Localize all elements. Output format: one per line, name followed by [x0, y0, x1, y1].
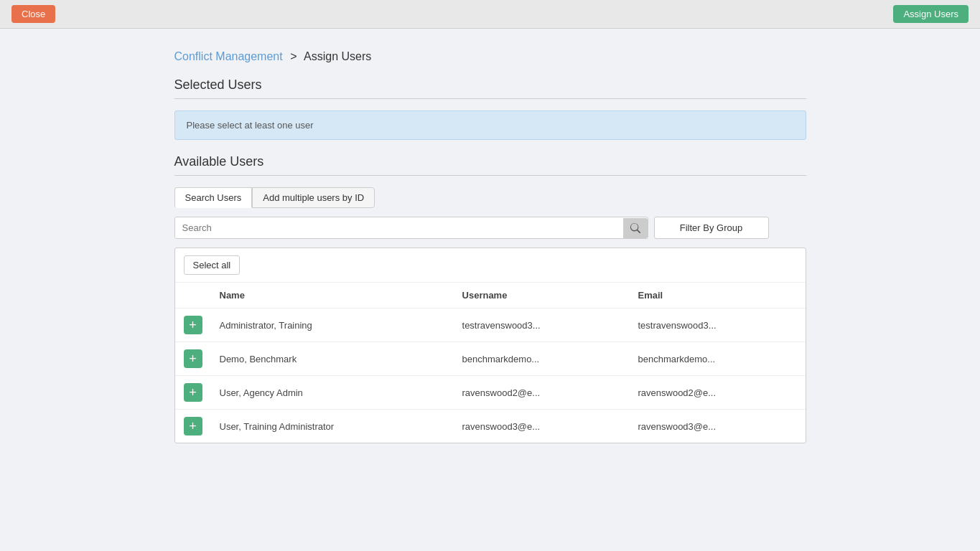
add-cell: +	[175, 342, 211, 376]
breadcrumb: Conflict Management > Assign Users	[174, 50, 806, 63]
breadcrumb-current: Assign Users	[304, 50, 371, 62]
search-row: Filter By Group	[174, 217, 806, 239]
select-all-button[interactable]: Select all	[184, 255, 241, 275]
users-tbody: +Administrator, Trainingtestravenswood3.…	[175, 309, 806, 443]
user-email-cell: ravenswood3@e...	[630, 410, 806, 443]
search-icon	[630, 223, 640, 233]
main-content: Conflict Management > Assign Users Selec…	[160, 29, 821, 465]
user-name-cell: Administrator, Training	[211, 309, 454, 342]
add-cell: +	[175, 410, 211, 443]
add-user-button[interactable]: +	[184, 349, 202, 368]
search-input-wrapper	[174, 217, 648, 239]
alert-box: Please select at least one user	[174, 110, 806, 140]
users-table: Name Username Email +Administrator, Trai…	[175, 283, 806, 443]
available-users-divider	[174, 175, 806, 176]
add-user-button[interactable]: +	[184, 316, 202, 334]
top-bar: Close Assign Users	[0, 0, 980, 29]
tab-search-users[interactable]: Search Users	[174, 187, 253, 208]
breadcrumb-separator: >	[290, 50, 297, 62]
user-email-cell: benchmarkdemo...	[630, 342, 806, 376]
selected-users-title: Selected Users	[174, 77, 806, 93]
close-button[interactable]: Close	[11, 5, 55, 23]
col-header-add	[175, 283, 211, 309]
select-all-row: Select all	[175, 248, 806, 283]
user-username-cell: benchmarkdemo...	[454, 342, 630, 376]
table-header-row: Name Username Email	[175, 283, 806, 309]
search-button[interactable]	[623, 218, 648, 238]
available-users-title: Available Users	[174, 154, 806, 169]
user-username-cell: ravenswood2@e...	[454, 376, 630, 410]
user-name-cell: Demo, Benchmark	[211, 342, 454, 376]
table-row: +User, Training Administratorravenswood3…	[175, 410, 806, 443]
add-cell: +	[175, 376, 211, 410]
table-row: +Demo, Benchmarkbenchmarkdemo...benchmar…	[175, 342, 806, 376]
col-header-username: Username	[454, 283, 630, 309]
col-header-email: Email	[630, 283, 806, 309]
user-email-cell: ravenswood2@e...	[630, 376, 806, 410]
table-row: +User, Agency Adminravenswood2@e...raven…	[175, 376, 806, 410]
user-name-cell: User, Training Administrator	[211, 410, 454, 443]
add-user-button[interactable]: +	[184, 383, 202, 402]
tab-add-multiple[interactable]: Add multiple users by ID	[252, 187, 375, 208]
filter-by-group-button[interactable]: Filter By Group	[654, 217, 769, 239]
user-email-cell: testravenswood3...	[630, 309, 806, 342]
add-user-button[interactable]: +	[184, 417, 202, 435]
assign-users-button[interactable]: Assign Users	[893, 5, 969, 23]
users-table-container: Select all Name Username Email +Administ…	[174, 248, 806, 443]
breadcrumb-link[interactable]: Conflict Management	[174, 50, 283, 62]
selected-users-divider	[174, 98, 806, 99]
user-name-cell: User, Agency Admin	[211, 376, 454, 410]
user-username-cell: testravenswood3...	[454, 309, 630, 342]
add-cell: +	[175, 309, 211, 342]
col-header-name: Name	[211, 283, 454, 309]
search-input[interactable]	[175, 217, 623, 238]
user-username-cell: ravenswood3@e...	[454, 410, 630, 443]
tabs-container: Search Users Add multiple users by ID	[174, 187, 806, 208]
table-row: +Administrator, Trainingtestravenswood3.…	[175, 309, 806, 342]
